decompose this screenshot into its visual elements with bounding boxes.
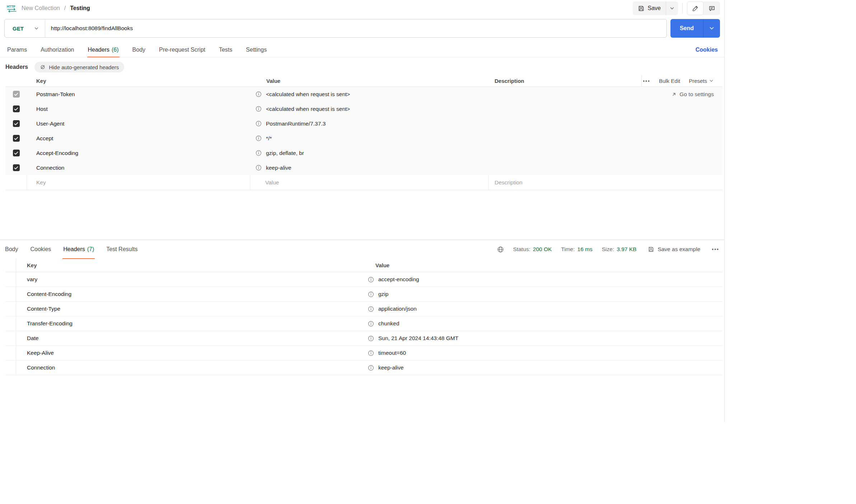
pencil-icon [692,5,699,12]
response-header-value-cell: chunked [359,320,722,327]
more-options-icon[interactable]: ••• [643,78,650,84]
check-icon [14,151,18,155]
request-header-row: Accept*/* [5,131,722,146]
header-value: PostmanRuntime/7.37.3 [266,121,326,127]
send-button[interactable]: Send [670,19,703,38]
url-input[interactable] [45,19,666,37]
save-button[interactable]: Save [633,1,666,15]
save-options-button[interactable] [666,1,678,15]
save-as-example-button[interactable]: Save as example [646,246,702,253]
header-value-cell[interactable]: <calculated when request is sent> [250,91,488,98]
info-icon [256,106,262,112]
table-actions: ••• Bulk Edit Presets [641,75,722,86]
request-tab-params[interactable]: Params [7,42,27,57]
row-checkbox-cell [5,164,27,171]
save-icon [648,246,654,253]
header-value-cell[interactable]: */* [250,135,488,142]
info-icon [368,335,374,342]
response-header-value: chunked [378,320,399,327]
row-checkbox[interactable] [13,105,20,112]
header-key[interactable]: Connection [27,165,250,171]
time-indicator: Time: 16 ms [561,246,592,253]
cookies-link[interactable]: Cookies [696,47,718,53]
column-header-key: Key [27,78,250,84]
request-header-row: Accept-Encodinggzip, deflate, br [5,146,722,160]
new-header-value-input[interactable] [250,179,488,186]
headers-section-header: Headers Hide auto-generated headers [0,57,724,75]
response-header-row: Transfer-Encodingchunked [5,316,722,331]
send-options-button[interactable] [703,19,720,38]
response-column-header-key: Key [16,262,359,268]
new-header-key-input[interactable] [27,179,250,186]
info-icon [256,165,262,171]
breadcrumb: HTTP New Collection / Testing [6,4,90,13]
response-tab-headers[interactable]: Headers(7) [63,240,94,259]
tab-label: Test Results [106,246,137,253]
go-to-settings-link[interactable]: Go to settings [641,91,722,98]
row-checkbox[interactable] [13,120,20,127]
response-header-value: keep-alive [378,364,404,371]
request-tab-authorization[interactable]: Authorization [41,42,74,57]
method-selector[interactable]: GET [5,19,45,37]
header-key[interactable]: Host [27,106,250,112]
header-value: <calculated when request is sent> [266,106,350,112]
response-headers-table: Key Value varyaccept-encodingContent-Enc… [5,259,722,375]
bulk-edit-button[interactable]: Bulk Edit [659,78,680,84]
header-value-cell[interactable]: <calculated when request is sent> [250,106,488,112]
info-icon [368,335,374,342]
response-header-key: vary [16,276,359,283]
globe-icon[interactable] [497,246,504,253]
header-key[interactable]: Accept [27,135,250,142]
row-checkbox-cell [5,91,27,98]
row-checkbox [13,91,20,98]
response-header-value-cell: application/json [359,306,722,312]
check-icon [14,122,18,126]
header-value-cell[interactable]: keep-alive [250,165,488,171]
response-tab-body[interactable]: Body [5,240,18,259]
gutter [5,259,16,272]
info-icon [368,321,374,327]
request-tab-settings[interactable]: Settings [246,42,267,57]
tab-label: Body [5,246,18,253]
column-header-description: Description [488,78,641,84]
breadcrumb-collection[interactable]: New Collection [22,5,60,11]
header-value-cell[interactable]: gzip, deflate, br [250,150,488,156]
request-tab-headers[interactable]: Headers(6) [88,42,119,57]
request-tab-body[interactable]: Body [132,42,145,57]
row-checkbox[interactable] [13,135,20,142]
new-row-value-cell [250,175,488,190]
comment-button[interactable] [703,1,720,15]
send-button-group: Send [670,19,720,38]
request-headers-table: Key Value Description ••• Bulk Edit Pres… [5,75,722,190]
edit-comment-group [687,1,720,15]
response-tab-test-results[interactable]: Test Results [106,240,137,259]
header-key[interactable]: Postman-Token [27,91,250,98]
http-request-icon: HTTP [6,4,17,13]
row-checkbox[interactable] [13,150,20,156]
eye-off-icon [40,64,46,70]
tab-label: Settings [246,47,267,53]
status-label: Status: [513,246,530,253]
info-icon [368,350,374,356]
info-icon [256,91,262,97]
header-key[interactable]: Accept-Encoding [27,150,250,156]
response-header-row: varyaccept-encoding [5,272,722,287]
request-tab-tests[interactable]: Tests [219,42,232,57]
edit-button[interactable] [687,1,703,15]
request-tab-pre-request-script[interactable]: Pre-request Script [159,42,205,57]
header-key[interactable]: User-Agent [27,121,250,127]
response-tab-cookies[interactable]: Cookies [30,240,51,259]
response-bar: BodyCookiesHeaders(7)Test Results Status… [0,240,724,259]
new-row-key-cell [27,175,250,190]
info-icon [368,291,374,297]
new-header-description-input[interactable] [488,179,722,186]
hide-auto-generated-headers-button[interactable]: Hide auto-generated headers [34,62,124,72]
status-value: 200 OK [533,246,552,253]
info-icon [368,277,374,283]
row-checkbox[interactable] [13,164,20,171]
info-icon [256,165,262,171]
header-value-cell[interactable]: PostmanRuntime/7.37.3 [250,121,488,127]
tab-label: Params [7,47,27,53]
presets-dropdown[interactable]: Presets [689,78,713,84]
response-more-options-icon[interactable]: ••• [712,246,719,252]
